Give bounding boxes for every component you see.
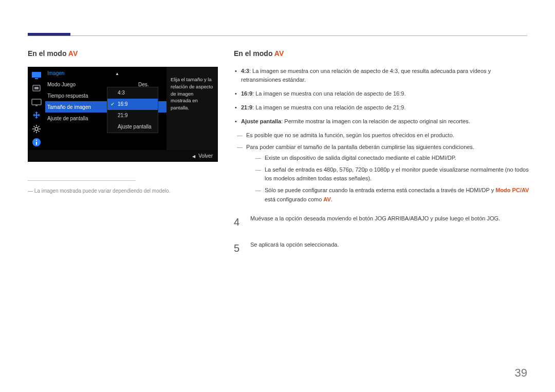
svg-rect-0: [32, 72, 41, 78]
caption-rule: [28, 180, 136, 181]
note-2b: La señal de entrada es 480p, 576p, 720p …: [246, 165, 529, 183]
bullet-ajuste: Ajuste pantalla: Permite mostrar la imag…: [234, 117, 529, 126]
submenu-ajuste: Ajuste pantalla: [107, 121, 158, 133]
step-5-number: 5: [234, 240, 242, 256]
svg-rect-3: [34, 87, 39, 89]
scroll-up-icon: ▲: [115, 71, 119, 76]
screen-icon: [30, 97, 43, 108]
note-2a: Existe un dispositivo de salida digital …: [246, 154, 529, 162]
picture-icon: [30, 70, 43, 81]
note-list: Es posible que no se admita la función, …: [234, 131, 529, 203]
svg-rect-5: [35, 105, 38, 106]
page-number: 39: [515, 366, 527, 380]
step-5-text: Se aplicará la opción seleccionada.: [250, 240, 339, 256]
osd-footer: ◀Volver: [28, 150, 218, 162]
heading-av: AV: [68, 49, 78, 58]
note-2: Para poder cambiar el tamaño de la panta…: [234, 143, 529, 203]
svg-rect-1: [35, 78, 38, 79]
caption-text: La imagen mostrada puede variar dependie…: [28, 188, 226, 194]
bullet-4-3: 4:3: La imagen se muestra con una relaci…: [234, 67, 529, 84]
svg-line-13: [39, 126, 40, 127]
osd-icon-rail: [28, 67, 45, 150]
svg-rect-16: [36, 142, 37, 145]
note-2c: Sólo se puede configurar cuando la entra…: [246, 186, 529, 203]
heading-text: En el modo: [28, 49, 68, 58]
svg-rect-4: [32, 99, 41, 105]
osd-submenu: 4:3 16:9 21:9 Ajuste pantalla: [107, 87, 158, 133]
step-5: 5 Se aplicará la opción seleccionada.: [234, 240, 529, 256]
bullet-16-9: 16:9: La imagen se muestra con una relac…: [234, 89, 529, 98]
left-heading: En el modo AV: [28, 49, 226, 58]
osd-mockup: Imagen ▲ Modo Juego Des. Tiempo respuest…: [28, 67, 218, 162]
svg-rect-17: [36, 140, 37, 141]
back-icon: ◀: [192, 154, 195, 159]
osd-section-title: Imagen ▲: [45, 67, 166, 79]
aspect-list: 4:3: La imagen se muestra con una relaci…: [234, 67, 529, 126]
submenu-21-9: 21:9: [107, 110, 158, 121]
header-rule: [28, 35, 527, 36]
frame-icon: [30, 83, 43, 95]
bullet-21-9: 21:9: La imagen se muestra con una relac…: [234, 103, 529, 112]
osd-help-panel: Elija el tamaño y la relación de aspecto…: [166, 67, 218, 150]
step-4-number: 4: [234, 214, 242, 230]
move-icon: [30, 110, 43, 121]
step-4: 4 Muévase a la opción deseada moviendo e…: [234, 214, 529, 230]
svg-line-11: [34, 126, 35, 127]
svg-line-12: [39, 131, 40, 132]
gear-icon: [30, 123, 43, 135]
step-4-text: Muévase a la opción deseada moviendo el …: [250, 214, 500, 230]
right-heading: En el modo AV: [234, 49, 529, 58]
svg-point-6: [35, 127, 38, 130]
submenu-16-9: 16:9: [107, 99, 158, 110]
svg-line-14: [34, 131, 35, 132]
note-2-sublist: Existe un dispositivo de salida digital …: [246, 154, 529, 203]
note-1: Es posible que no se admita la función, …: [234, 131, 529, 140]
submenu-4-3: 4:3: [107, 87, 158, 99]
info-icon: [30, 137, 43, 148]
